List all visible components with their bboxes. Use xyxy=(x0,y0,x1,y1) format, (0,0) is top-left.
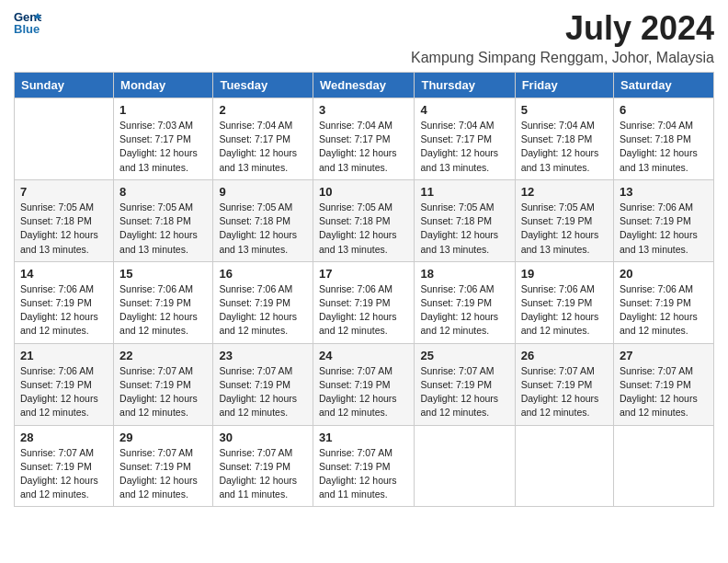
day-info: Sunrise: 7:04 AMSunset: 7:18 PMDaylight:… xyxy=(521,119,608,175)
day-number: 23 xyxy=(219,349,307,362)
sunset-text: Sunset: 7:18 PM xyxy=(521,132,608,146)
calendar-cell: 15Sunrise: 7:06 AMSunset: 7:19 PMDayligh… xyxy=(114,261,213,343)
calendar-cell: 20Sunrise: 7:06 AMSunset: 7:19 PMDayligh… xyxy=(614,261,714,343)
svg-text:Blue: Blue xyxy=(14,22,40,35)
sunset-text: Sunset: 7:18 PM xyxy=(119,214,207,228)
sunset-text: Sunset: 7:17 PM xyxy=(319,132,409,146)
sunrise-text: Sunrise: 7:04 AM xyxy=(219,119,307,132)
daylight-text: Daylight: 12 hours and 12 minutes. xyxy=(420,310,508,338)
sunrise-text: Sunrise: 7:07 AM xyxy=(20,446,108,460)
day-info: Sunrise: 7:07 AMSunset: 7:19 PMDaylight:… xyxy=(119,446,207,502)
day-number: 25 xyxy=(420,349,508,362)
daylight-text: Daylight: 12 hours and 12 minutes. xyxy=(20,310,108,338)
sunrise-text: Sunrise: 7:04 AM xyxy=(521,119,608,132)
sunset-text: Sunset: 7:19 PM xyxy=(521,214,608,228)
calendar-cell: 14Sunrise: 7:06 AMSunset: 7:19 PMDayligh… xyxy=(15,261,114,343)
sunrise-text: Sunrise: 7:05 AM xyxy=(119,201,207,214)
daylight-text: Daylight: 12 hours and 13 minutes. xyxy=(521,146,608,174)
day-info: Sunrise: 7:06 AMSunset: 7:19 PMDaylight:… xyxy=(620,282,708,339)
calendar-cell: 17Sunrise: 7:06 AMSunset: 7:19 PMDayligh… xyxy=(313,261,415,343)
day-info: Sunrise: 7:07 AMSunset: 7:19 PMDaylight:… xyxy=(219,364,307,420)
sunset-text: Sunset: 7:18 PM xyxy=(20,214,108,228)
day-info: Sunrise: 7:03 AMSunset: 7:17 PMDaylight:… xyxy=(119,119,207,175)
logo: General Blue xyxy=(14,9,41,35)
title-block: July 2024 Kampung Simpang Renggam, Johor… xyxy=(411,9,714,66)
day-info: Sunrise: 7:06 AMSunset: 7:19 PMDaylight:… xyxy=(119,282,207,339)
daylight-text: Daylight: 12 hours and 13 minutes. xyxy=(119,146,207,174)
day-number: 27 xyxy=(620,349,708,362)
sunrise-text: Sunrise: 7:04 AM xyxy=(420,119,508,132)
daylight-text: Daylight: 12 hours and 13 minutes. xyxy=(219,228,307,256)
header: General Blue July 2024 Kampung Simpang R… xyxy=(14,9,714,66)
daylight-text: Daylight: 12 hours and 11 minutes. xyxy=(319,474,409,501)
daylight-text: Daylight: 12 hours and 13 minutes. xyxy=(620,146,708,174)
day-number: 13 xyxy=(620,185,708,199)
daylight-text: Daylight: 12 hours and 12 minutes. xyxy=(319,310,409,338)
col-header-sunday: Sunday xyxy=(15,73,114,98)
calendar-cell: 12Sunrise: 7:05 AMSunset: 7:19 PMDayligh… xyxy=(515,179,613,261)
calendar-cell: 7Sunrise: 7:05 AMSunset: 7:18 PMDaylight… xyxy=(15,179,114,261)
day-number: 9 xyxy=(219,185,307,199)
sunset-text: Sunset: 7:19 PM xyxy=(20,296,108,310)
calendar-cell: 21Sunrise: 7:06 AMSunset: 7:19 PMDayligh… xyxy=(15,343,114,425)
sunset-text: Sunset: 7:19 PM xyxy=(420,378,508,392)
day-number: 6 xyxy=(620,103,708,117)
daylight-text: Daylight: 12 hours and 12 minutes. xyxy=(521,310,608,338)
day-number: 8 xyxy=(119,185,207,199)
day-number: 10 xyxy=(319,185,409,199)
sunrise-text: Sunrise: 7:06 AM xyxy=(219,282,307,296)
sunrise-text: Sunrise: 7:07 AM xyxy=(219,446,307,460)
sunrise-text: Sunrise: 7:06 AM xyxy=(20,282,108,296)
day-info: Sunrise: 7:04 AMSunset: 7:17 PMDaylight:… xyxy=(219,119,307,175)
day-number: 11 xyxy=(420,185,508,199)
sunrise-text: Sunrise: 7:06 AM xyxy=(119,282,207,296)
day-number: 12 xyxy=(521,185,608,199)
sunset-text: Sunset: 7:18 PM xyxy=(420,214,508,228)
calendar-cell xyxy=(515,425,613,507)
calendar-cell: 24Sunrise: 7:07 AMSunset: 7:19 PMDayligh… xyxy=(313,343,415,425)
daylight-text: Daylight: 12 hours and 12 minutes. xyxy=(420,392,508,419)
day-number: 4 xyxy=(420,103,508,117)
daylight-text: Daylight: 12 hours and 13 minutes. xyxy=(521,228,608,256)
sunrise-text: Sunrise: 7:05 AM xyxy=(319,201,409,214)
day-info: Sunrise: 7:07 AMSunset: 7:19 PMDaylight:… xyxy=(521,364,608,420)
sunrise-text: Sunrise: 7:07 AM xyxy=(319,446,409,460)
daylight-text: Daylight: 12 hours and 13 minutes. xyxy=(119,228,207,256)
sunrise-text: Sunrise: 7:07 AM xyxy=(521,364,608,378)
calendar: SundayMondayTuesdayWednesdayThursdayFrid… xyxy=(14,72,714,507)
sunrise-text: Sunrise: 7:06 AM xyxy=(620,282,708,296)
day-number: 29 xyxy=(119,431,207,444)
calendar-cell: 5Sunrise: 7:04 AMSunset: 7:18 PMDaylight… xyxy=(515,98,613,180)
logo-icon: General Blue xyxy=(14,9,41,35)
day-info: Sunrise: 7:04 AMSunset: 7:17 PMDaylight:… xyxy=(319,119,409,175)
col-header-tuesday: Tuesday xyxy=(213,73,313,98)
calendar-cell: 18Sunrise: 7:06 AMSunset: 7:19 PMDayligh… xyxy=(415,261,515,343)
daylight-text: Daylight: 12 hours and 13 minutes. xyxy=(620,228,708,256)
daylight-text: Daylight: 12 hours and 12 minutes. xyxy=(620,392,708,419)
daylight-text: Daylight: 12 hours and 13 minutes. xyxy=(420,228,508,256)
calendar-cell: 4Sunrise: 7:04 AMSunset: 7:17 PMDaylight… xyxy=(415,98,515,180)
day-number: 19 xyxy=(521,267,608,281)
sunset-text: Sunset: 7:19 PM xyxy=(20,460,108,474)
day-number: 7 xyxy=(20,185,108,199)
daylight-text: Daylight: 12 hours and 12 minutes. xyxy=(219,392,307,419)
sunset-text: Sunset: 7:19 PM xyxy=(319,378,409,392)
sunset-text: Sunset: 7:19 PM xyxy=(521,296,608,310)
calendar-cell: 13Sunrise: 7:06 AMSunset: 7:19 PMDayligh… xyxy=(614,179,714,261)
day-number: 1 xyxy=(119,103,207,117)
day-number: 14 xyxy=(20,267,108,281)
day-info: Sunrise: 7:07 AMSunset: 7:19 PMDaylight:… xyxy=(420,364,508,420)
sunrise-text: Sunrise: 7:06 AM xyxy=(319,282,409,296)
day-number: 22 xyxy=(119,349,207,362)
main-title: July 2024 xyxy=(411,9,714,48)
calendar-cell: 11Sunrise: 7:05 AMSunset: 7:18 PMDayligh… xyxy=(415,179,515,261)
sunset-text: Sunset: 7:19 PM xyxy=(119,296,207,310)
day-number: 17 xyxy=(319,267,409,281)
sunset-text: Sunset: 7:19 PM xyxy=(521,378,608,392)
day-info: Sunrise: 7:06 AMSunset: 7:19 PMDaylight:… xyxy=(620,201,708,257)
day-number: 16 xyxy=(219,267,307,281)
sunset-text: Sunset: 7:19 PM xyxy=(219,296,307,310)
sunset-text: Sunset: 7:19 PM xyxy=(219,460,307,474)
sunset-text: Sunset: 7:19 PM xyxy=(620,214,708,228)
sunset-text: Sunset: 7:19 PM xyxy=(219,378,307,392)
